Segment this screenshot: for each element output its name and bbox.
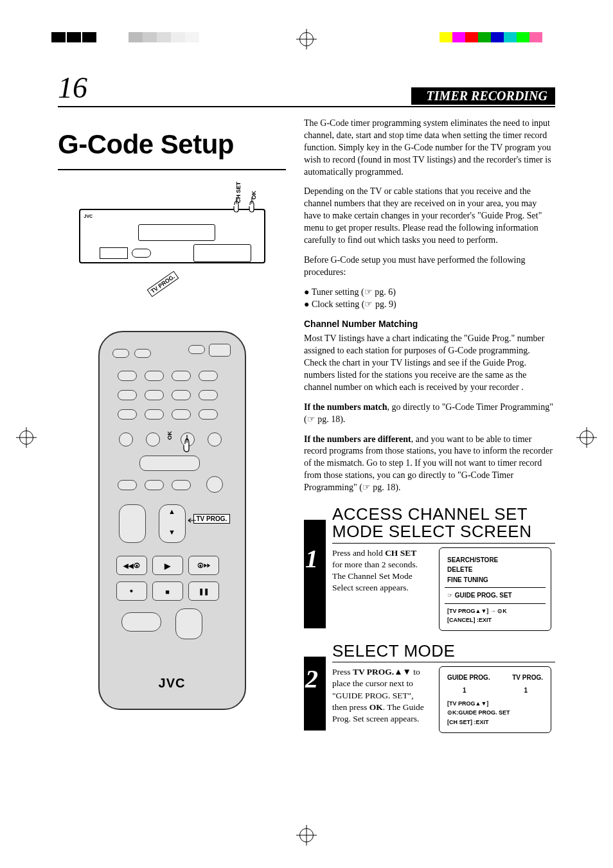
body-paragraph: If the numbers are different, and you wa… <box>304 434 555 494</box>
intro-paragraph: Before G-Code setup you must have perfor… <box>304 254 555 279</box>
subheading: Channel Number Matching <box>304 318 555 330</box>
osd-col-head: TV PROG. <box>512 673 543 682</box>
crosshair-icon <box>299 828 314 842</box>
remote-button <box>118 409 137 420</box>
remote-rocker <box>121 612 161 632</box>
remote-button <box>112 349 129 358</box>
remote-stop-button: ■ <box>152 581 183 601</box>
remote-button <box>208 432 222 447</box>
remote-brand-label: JVC <box>98 676 246 691</box>
page-number: 16 <box>58 71 411 105</box>
osd-footer: [TV PROG▲▼] → ⊙K <box>447 607 543 615</box>
right-column: The G-Code timer programming system elim… <box>304 118 555 733</box>
pointing-hand-icon <box>247 197 257 213</box>
remote-button <box>172 480 191 490</box>
remote-ff-button: ⦿▶▶ <box>188 556 219 575</box>
remote-ok-button <box>139 456 200 471</box>
remote-play-button: ▶ <box>152 556 183 575</box>
osd-footer: ⊙K:GUIDE PROG. SET <box>447 709 543 716</box>
remote-button <box>118 371 137 381</box>
remote-button <box>172 371 191 381</box>
remote-button <box>119 432 133 447</box>
remote-button <box>134 349 151 358</box>
remote-rocker <box>119 504 146 543</box>
remote-button <box>188 345 205 354</box>
callout-arrow-icon <box>187 518 196 523</box>
intro-paragraph: Depending on the TV or cable stations th… <box>304 186 555 246</box>
tone-bars-grey <box>129 32 199 42</box>
remote-button <box>146 432 160 447</box>
osd-value: 1 <box>463 686 466 695</box>
osd-line: SEARCH/STORE <box>447 556 543 565</box>
body-paragraph: If the numbers match, go directly to "G-… <box>304 402 555 426</box>
remote-rocker <box>175 608 202 639</box>
remote-button <box>118 390 137 400</box>
remote-button <box>145 480 164 490</box>
step-title: ACCESS CHANNEL SET MODE SELECT SCREEN <box>332 506 555 544</box>
remote-tvprog-label: TV PROG. <box>193 514 231 524</box>
remote-button <box>199 371 218 381</box>
tone-bars-color <box>440 32 542 42</box>
osd-col-head: GUIDE PROG. <box>447 673 490 682</box>
main-title: G-Code Setup <box>58 129 286 170</box>
remote-rewind-button: ◀◀⦿ <box>116 556 147 575</box>
remote-button <box>206 476 223 493</box>
osd-line: FINE TUNING <box>447 576 543 585</box>
remote-button <box>145 409 164 420</box>
body-paragraph: Most TV listings have a chart indicating… <box>304 333 555 393</box>
vcr-illustration: JVC CH SET OK TV PROG. <box>69 183 275 299</box>
osd-footer: [CH SET] :EXIT <box>447 718 543 726</box>
remote-button <box>172 409 191 420</box>
step-number: 1 <box>305 542 318 576</box>
remote-button <box>145 390 164 400</box>
remote-illustration: OK ▲ ▼ TV PROG. ◀◀⦿ ▶ ⦿▶▶ • ■ <box>98 331 246 710</box>
step-1: ACCESS CHANNEL SET MODE SELECT SCREEN 1 … <box>304 506 555 631</box>
remote-button <box>145 371 164 381</box>
osd-screen-1: SEARCH/STORE DELETE FINE TUNING GUIDE PR… <box>439 547 551 631</box>
remote-record-button: • <box>116 581 147 601</box>
osd-value: 1 <box>524 686 528 695</box>
vcr-tvprog-label: TV PROG. <box>147 271 179 297</box>
page-header: 16 TIMER RECORDING <box>58 71 555 107</box>
remote-pause-button: ❚❚ <box>188 581 219 601</box>
crosshair-icon <box>19 430 33 445</box>
list-item: Tuner setting (☞ pg. 6) <box>304 287 555 299</box>
osd-selected-line: GUIDE PROG. SET <box>447 591 543 600</box>
step-number: 2 <box>305 662 318 696</box>
remote-button <box>118 480 137 490</box>
page-content: 16 TIMER RECORDING G-Code Setup JVC CH S… <box>58 71 555 733</box>
step-text: Press and hold CH SET for more than 2 se… <box>332 547 429 594</box>
left-column: G-Code Setup JVC CH SET OK TV P <box>58 118 286 733</box>
crosshair-icon <box>580 430 594 445</box>
osd-screen-2: GUIDE PROG. TV PROG. 1 1 [TV PROG▲▼] ⊙K:… <box>439 666 551 732</box>
pointing-hand-icon <box>181 434 195 452</box>
remote-button <box>209 344 231 357</box>
prerequisite-list: Tuner setting (☞ pg. 6) Clock setting (☞… <box>304 287 555 311</box>
section-title-bar: TIMER RECORDING <box>411 87 555 105</box>
remote-ok-label: OK <box>166 431 173 440</box>
remote-button <box>199 390 218 400</box>
step-text: Press TV PROG.▲▼ to place the cursor nex… <box>332 666 429 725</box>
list-item: Clock setting (☞ pg. 9) <box>304 299 555 311</box>
remote-button <box>199 409 218 420</box>
crosshair-icon <box>299 32 314 46</box>
step-2: SELECT MODE 2 Press TV PROG.▲▼ to place … <box>304 642 555 733</box>
remote-button <box>172 390 191 400</box>
remote-tvprog-rocker: ▲ ▼ <box>159 504 186 543</box>
step-title: SELECT MODE <box>332 642 555 662</box>
osd-footer: [TV PROG▲▼] <box>447 700 543 707</box>
osd-line: DELETE <box>447 565 543 574</box>
tone-bars-black <box>51 32 98 42</box>
emphasis: If the numbers match <box>304 402 387 412</box>
pointing-hand-icon <box>231 197 242 213</box>
emphasis: If the numbers are different <box>304 434 411 444</box>
intro-paragraph: The G-Code timer programming system elim… <box>304 118 555 178</box>
osd-footer: [CANCEL] :EXIT <box>447 616 543 624</box>
